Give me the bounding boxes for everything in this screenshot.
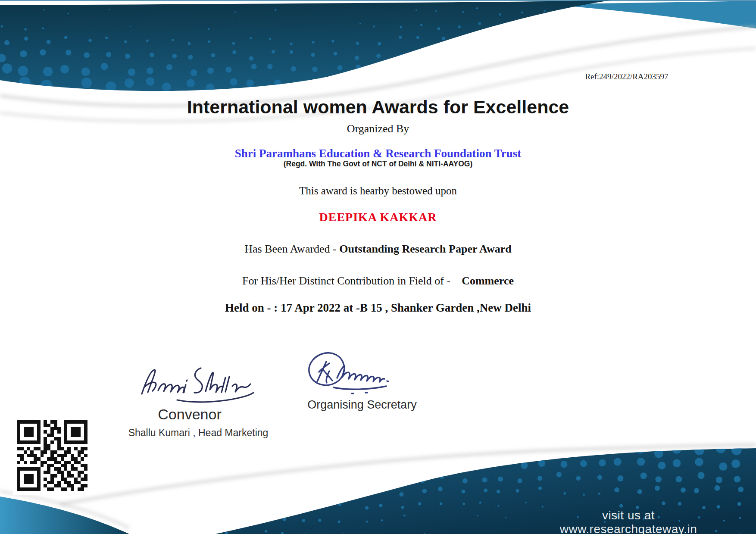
bestow-line: This award is hearby bestowed upon [0,185,756,197]
convenor-signature [136,362,265,409]
organized-by-label: Organized By [0,122,756,135]
field-value: Commerce [462,275,514,287]
certificate-title: International women Awards for Excellenc… [0,97,756,118]
qr-code-frame [13,416,91,495]
award-line-prefix: Has Been Awarded - [244,243,339,255]
organization-name: Shri Paramhans Education & Research Foun… [0,147,756,160]
recipient-name: DEEPIKA KAKKAR [0,210,756,224]
qr-code [17,420,87,491]
visit-url: visit us at www.researchgateway.in [538,509,719,534]
award-line: Has Been Awarded - Outstanding Research … [0,243,756,256]
convenor-name-line: Shallu Kumari , Head Marketing [121,427,276,439]
registration-note: (Regd. With The Govt of NCT of Delhi & N… [0,159,756,168]
field-line-prefix: For His/Her Distinct Contribution in Fie… [242,275,450,287]
held-on-line: Held on - : 17 Apr 2022 at -B 15 , Shank… [0,301,756,315]
top-edge-strip [0,0,756,1]
reference-number: Ref:249/2022/RA203597 [536,72,717,81]
award-name: Outstanding Research Paper Award [339,243,511,255]
convenor-label: Convenor [121,406,259,423]
secretary-signature [302,347,414,397]
field-line: For His/Her Distinct Contribution in Fie… [0,275,756,287]
top-band [0,0,612,91]
secretary-label: Organising Secretary [293,398,431,412]
certificate-page: Ref:249/2022/RA203597 International wome… [0,0,756,534]
